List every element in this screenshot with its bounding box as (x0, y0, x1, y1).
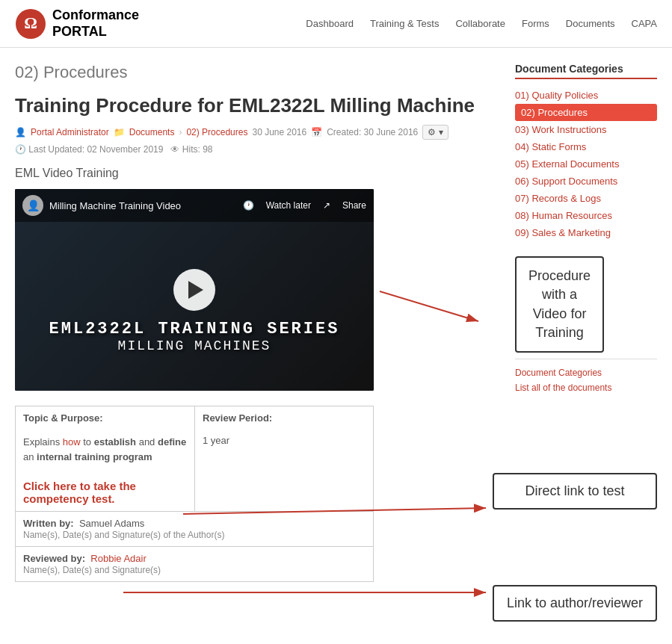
sidebar-title: Document Categories (515, 63, 657, 79)
nav-training[interactable]: Training & Tests (370, 18, 440, 29)
meta-calendar-icon: 📅 (311, 127, 322, 137)
content-area: 02) Procedures Training Procedure for EM… (15, 63, 500, 582)
meta-author[interactable]: Portal Administrator (31, 127, 109, 137)
sidebar-item-forms[interactable]: 04) Static Forms (515, 138, 657, 155)
logo-portal: PORTAL (52, 24, 139, 40)
sidebar-item-hr[interactable]: 08) Human Resources (515, 207, 657, 224)
video-channel-name: Milling Machine Training Video (49, 200, 237, 211)
how-link[interactable]: how (63, 436, 81, 448)
sidebar-item-work[interactable]: 03) Work Instructions (515, 121, 657, 138)
review-cell: Review Period: 1 year (195, 406, 374, 512)
video-embed[interactable]: 👤 Milling Machine Training Video 🕐 Watch… (15, 189, 374, 391)
gear-button[interactable]: ⚙ ▾ (422, 125, 448, 140)
video-text-overlay: EML2322L Training Series Milling Machine… (15, 320, 374, 353)
watch-later-icon: 🕐 (243, 200, 254, 211)
meta-docs-link[interactable]: Documents (129, 127, 175, 137)
reviewed-label: Reviewed by: (23, 553, 85, 564)
reviewed-cell: Reviewed by: Robbie Adair Name(s), Date(… (16, 547, 374, 582)
last-updated: 🕐 Last Updated: 02 November 2019 👁 Hits:… (15, 144, 500, 155)
competency-link[interactable]: Click here to take the competency test. (23, 480, 187, 505)
share-label[interactable]: Share (342, 200, 366, 211)
video-avatar: 👤 (22, 195, 43, 216)
nav-dashboard[interactable]: Dashboard (306, 18, 354, 29)
review-value: 1 year (203, 435, 229, 446)
svg-text:Ω: Ω (24, 13, 37, 32)
nav-collaborate[interactable]: Collaborate (455, 18, 505, 29)
reviewed-sub: Name(s), Date(s) and Signature(s) (23, 565, 161, 575)
author-link-text: Link to author/reviewer (507, 595, 643, 610)
table-row-written: Written by: Samuel Adams Name(s), Date(s… (16, 512, 374, 547)
header: Ω Conformance PORTAL Dashboard Training … (0, 0, 672, 48)
video-actions: 🕐 Watch later ↗ Share (243, 200, 366, 211)
logo-icon: Ω (15, 8, 46, 40)
sidebar-list-all[interactable]: List all of the documents (515, 380, 657, 395)
written-label: Written by: (23, 518, 74, 529)
video-header-bar: 👤 Milling Machine Training Video 🕐 Watch… (15, 189, 374, 222)
video-play-button[interactable] (173, 269, 215, 311)
sidebar: Document Categories 01) Quality Policies… (515, 63, 657, 582)
written-sub: Name(s), Date(s) and Signature(s) of the… (23, 530, 224, 540)
sidebar-doc-categories[interactable]: Document Categories (515, 365, 657, 380)
logo-brand: Conformance (52, 7, 139, 24)
table-row-topic: Topic & Purpose: Explains how to establi… (16, 406, 374, 512)
topic-label: Topic & Purpose: (23, 412, 103, 424)
nav-capa[interactable]: CAPA (632, 18, 657, 29)
meta-section-link[interactable]: 02) Procedures (186, 127, 247, 137)
meta-created: Created: 30 June 2016 (327, 127, 418, 137)
clock-icon: 🕐 (15, 144, 26, 155)
main-layout: 02) Procedures Training Procedure for EM… (0, 48, 672, 582)
sidebar-item-procedures[interactable]: 02) Procedures (515, 104, 657, 121)
info-table: Topic & Purpose: Explains how to establi… (15, 406, 374, 582)
establish-word: establish (94, 436, 136, 448)
written-value: Samuel Adams (79, 518, 144, 529)
main-nav: Dashboard Training & Tests Collaborate F… (306, 18, 657, 29)
nav-documents[interactable]: Documents (566, 18, 615, 29)
section-subtitle: EML Video Training (15, 167, 500, 180)
define-word: define (158, 436, 186, 448)
hits-text: Hits: 98 (182, 144, 213, 155)
sidebar-item-support[interactable]: 06) Support Documents (515, 173, 657, 190)
internal-program: internal training program (37, 451, 152, 462)
logo: Ω Conformance PORTAL (15, 7, 139, 40)
meta-author-icon: 👤 (15, 127, 26, 137)
topic-cell: Topic & Purpose: Explains how to establi… (16, 406, 195, 512)
updated-text: Last Updated: 02 November 2019 (28, 144, 163, 155)
sidebar-item-sales[interactable]: 09) Sales & Marketing (515, 224, 657, 241)
explains-word: Explains (23, 436, 63, 448)
article-title: Training Procedure for EML2322L Milling … (15, 94, 500, 117)
meta-date: 30 June 2016 (252, 127, 306, 137)
video-callout-box: Procedurewith aVideo forTraining (515, 256, 604, 353)
author-link-callout: Link to author/reviewer (493, 585, 657, 622)
review-label: Review Period: (203, 412, 272, 424)
video-line2: Milling Machines (15, 338, 374, 353)
video-callout-text: Procedurewith aVideo forTraining (528, 268, 591, 340)
written-cell: Written by: Samuel Adams Name(s), Date(s… (16, 512, 374, 547)
table-row-reviewed: Reviewed by: Robbie Adair Name(s), Date(… (16, 547, 374, 582)
sidebar-item-records[interactable]: 07) Records & Logs (515, 190, 657, 207)
sidebar-item-quality[interactable]: 01) Quality Policies (515, 87, 657, 104)
article-meta: 👤 Portal Administrator 📁 Documents › 02)… (15, 125, 500, 140)
nav-forms[interactable]: Forms (522, 18, 549, 29)
topic-text: Explains how to establish and define an … (23, 435, 187, 464)
video-callout-area: Procedurewith aVideo forTraining (515, 256, 657, 353)
video-line1: EML2322L Training Series (15, 320, 374, 338)
hits-icon: 👁 (170, 144, 179, 155)
share-icon: ↗ (323, 200, 330, 211)
reviewed-value[interactable]: Robbie Adair (90, 553, 146, 564)
breadcrumb: 02) Procedures (15, 63, 500, 82)
watch-later-label[interactable]: Watch later (266, 200, 311, 211)
sidebar-divider (515, 359, 657, 359)
sidebar-item-external[interactable]: 05) External Documents (515, 155, 657, 173)
